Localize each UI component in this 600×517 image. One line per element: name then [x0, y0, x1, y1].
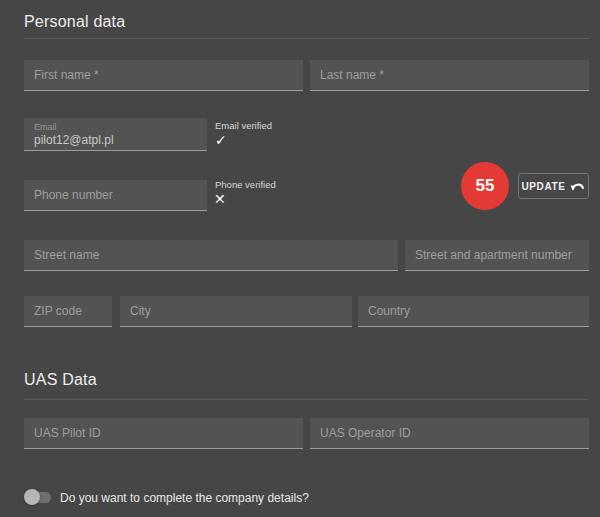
- street-and-apartment-number-input[interactable]: [405, 240, 589, 271]
- countdown-badge: 55: [461, 162, 509, 210]
- zip-code-input[interactable]: [24, 296, 112, 327]
- update-button-label: UPDATE: [522, 181, 566, 192]
- update-button[interactable]: UPDATE: [518, 173, 589, 199]
- section-divider: [24, 399, 589, 400]
- section-title-uas-data: UAS Data: [24, 371, 97, 389]
- email-field: Email: [24, 118, 207, 151]
- refresh-arrow-icon: [570, 181, 585, 191]
- section-title-personal-data: Personal data: [24, 13, 125, 31]
- street-name-input[interactable]: [24, 240, 398, 271]
- company-details-toggle[interactable]: [24, 489, 52, 505]
- uas-operator-id-input[interactable]: [310, 418, 589, 449]
- email-input[interactable]: [24, 131, 207, 149]
- last-name-input[interactable]: [310, 60, 589, 91]
- toggle-thumb: [24, 489, 40, 505]
- first-name-input[interactable]: [24, 60, 303, 91]
- section-divider: [24, 38, 589, 39]
- country-input[interactable]: [358, 296, 589, 327]
- personal-data-form: Personal data Email Email verified ✓ Pho…: [0, 0, 600, 517]
- phone-number-input[interactable]: [24, 180, 207, 211]
- uas-pilot-id-input[interactable]: [24, 418, 303, 449]
- city-input[interactable]: [120, 296, 352, 327]
- x-icon: ✕: [214, 192, 226, 206]
- email-verified-label: Email verified: [215, 120, 272, 131]
- company-details-toggle-label: Do you want to complete the company deta…: [60, 491, 309, 505]
- check-icon: ✓: [215, 133, 227, 147]
- phone-verified-label: Phone verified: [215, 179, 276, 190]
